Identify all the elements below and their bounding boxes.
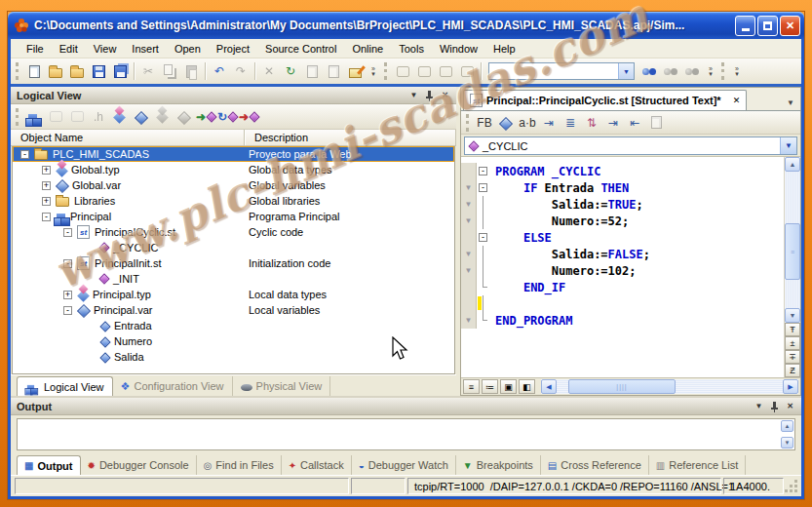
view-frame-button[interactable]: ▣ (500, 379, 517, 394)
menu-project[interactable]: Project (209, 41, 257, 57)
add-datatype-button[interactable] (152, 107, 174, 127)
first-bookmark-button[interactable]: Ŧ (785, 323, 800, 336)
code-line-10[interactable]: ▼END_PROGRAM (461, 312, 784, 329)
toolbar-grip[interactable] (466, 114, 471, 132)
expand-toggle[interactable]: - (63, 259, 72, 268)
scroll-up-button[interactable]: ▲ (785, 157, 800, 172)
view-text-button[interactable]: ≡ (463, 379, 480, 394)
check-out-button[interactable] (323, 61, 344, 81)
find-next-button[interactable] (660, 61, 681, 81)
tree-item-entrada[interactable]: Entrada (13, 318, 454, 333)
save-button[interactable] (88, 61, 109, 81)
new-table-button[interactable] (45, 107, 66, 127)
tab-output[interactable]: ▦Output (17, 455, 81, 475)
build-ghost-1-button[interactable] (392, 61, 413, 81)
menu-insert[interactable]: Insert (124, 41, 167, 57)
fold-column[interactable]: - (477, 229, 490, 246)
tree-item-principalcyclic-st[interactable]: -stPrincipalCyclic.stCyclic code (13, 224, 454, 240)
vertical-scroll-track[interactable]: ≡ (785, 172, 800, 308)
check-in-button[interactable] (301, 61, 323, 81)
tab-logical-view[interactable]: Logical View (17, 376, 113, 396)
code-line-9[interactable] (461, 295, 784, 312)
new-datatype-button[interactable] (109, 107, 131, 127)
new-header-file-button[interactable]: .h (88, 107, 109, 127)
tree-item-principalinit-st[interactable]: -stPrincipalInit.stInitialization code (13, 255, 454, 271)
toolbar-search-combobox[interactable]: ▼ (488, 62, 635, 80)
undo-button[interactable]: ↶ (209, 61, 230, 81)
fold-toggle-icon[interactable]: - (479, 183, 487, 192)
combobox-dropdown-button[interactable]: ▼ (618, 63, 634, 79)
code-line-2[interactable]: ▼- IF Entrada THEN (461, 179, 784, 196)
close-button[interactable]: ✕ (780, 16, 800, 36)
refresh-view-button[interactable]: ↻ (216, 107, 238, 127)
menu-view[interactable]: View (86, 41, 125, 57)
find-prev-button[interactable] (681, 61, 703, 81)
last-bookmark-button[interactable]: Ƶ (785, 364, 800, 377)
panel-close-button[interactable]: ✕ (783, 400, 797, 413)
code-line-6[interactable]: ▼ Salida:=FALSE; (461, 246, 784, 262)
toolbar-overflow-button[interactable]: »▾ (367, 61, 379, 81)
code-line-7[interactable]: ▼ Numero:=102; (461, 262, 784, 279)
tree-item-principal-typ[interactable]: +Principal.typLocal data types (13, 287, 454, 302)
horizontal-scroll-thumb[interactable]: |||| (568, 379, 676, 394)
toolbar-grip[interactable] (16, 62, 20, 80)
tab-debugger-console[interactable]: ✹Debugger Console (81, 455, 197, 475)
editor-tab[interactable]: st Principal::PrincipalCyclic.st [Struct… (463, 90, 747, 110)
scroll-down-button[interactable]: ▼ (785, 308, 800, 323)
tree-item-global-typ[interactable]: +Global.typGlobal data types (13, 162, 454, 177)
tab-debugger-watch[interactable]: ◒Debugger Watch (352, 455, 456, 475)
delete-button[interactable]: ✕ (258, 61, 280, 81)
tree-item-principal-var[interactable]: -Principal.varLocal variables (13, 302, 454, 318)
build-ghost-2-button[interactable] (413, 61, 435, 81)
fold-toggle-icon[interactable]: - (479, 233, 487, 242)
code-area[interactable]: -PROGRAM _CYCLIC▼- IF Entrada THEN▼ Sali… (461, 157, 784, 377)
tree-item-global-var[interactable]: +Global.varGlobal variables (13, 177, 454, 193)
build-ghost-3-button[interactable] (435, 61, 456, 81)
cut-button[interactable]: ✂ (137, 61, 159, 81)
tree-item-libraries[interactable]: +LibrariesGlobal libraries (13, 193, 454, 209)
expand-toggle[interactable]: + (42, 166, 51, 175)
tab-find-in-files[interactable]: ◎Find in Files (197, 455, 282, 475)
output-scroll-up[interactable]: ▲ (781, 420, 793, 432)
insert-variable-button[interactable] (495, 113, 517, 133)
format-source-button[interactable]: ≣ (560, 113, 581, 133)
panel-pin-button[interactable] (422, 89, 437, 102)
expand-toggle[interactable]: + (42, 181, 51, 190)
copy-button[interactable] (159, 61, 180, 81)
menu-window[interactable]: Window (432, 41, 485, 57)
maximize-button[interactable] (757, 16, 778, 36)
code-line-5[interactable]: - ELSE (461, 229, 784, 246)
resize-grip[interactable] (786, 478, 799, 494)
tree-item-plc-hmi-scadas[interactable]: -PLC_HMI_SCADASProyecto para la Web (13, 146, 454, 162)
tab-callstack[interactable]: ✦Callstack (282, 455, 352, 475)
toolbar-grip[interactable] (384, 62, 389, 80)
column-description[interactable]: Description (245, 130, 456, 145)
tree-item-init[interactable]: _INIT (13, 271, 454, 287)
menu-help[interactable]: Help (485, 41, 523, 57)
tree-item-cyclic[interactable]: _CYCLIC (13, 240, 454, 255)
vertical-scroll-thumb[interactable]: ≡ (785, 223, 800, 280)
indent-button[interactable]: ⇥ (602, 113, 624, 133)
expand-toggle[interactable]: + (42, 197, 51, 206)
new-object-button[interactable] (23, 107, 45, 127)
menu-online[interactable]: Online (344, 41, 391, 57)
new-form-button[interactable] (66, 107, 88, 127)
section-selector[interactable]: _CYCLIC ▼ (464, 136, 797, 155)
tree-item-principal[interactable]: -PrincipalPrograma Principal (13, 209, 454, 224)
toolbar-overflow-button[interactable]: »▾ (731, 61, 743, 81)
tab-configuration-view[interactable]: ❖Configuration View (113, 376, 233, 396)
open-project-button[interactable] (45, 61, 66, 81)
minimize-button[interactable] (735, 16, 755, 36)
toggle-case-button[interactable]: ⇅ (581, 113, 602, 133)
close-project-button[interactable] (66, 61, 88, 81)
redo-button[interactable]: ↷ (230, 61, 251, 81)
find-button[interactable] (638, 61, 660, 81)
menu-file[interactable]: File (19, 41, 52, 57)
fold-column[interactable]: - (477, 179, 490, 196)
refresh-transfer-button[interactable]: ↻ (280, 61, 301, 81)
menu-tools[interactable]: Tools (391, 41, 432, 57)
print-source-button[interactable] (645, 113, 667, 133)
expand-toggle[interactable]: + (63, 291, 72, 299)
expand-toggle[interactable]: - (63, 306, 72, 315)
scroll-right-button[interactable]: ▶ (783, 379, 798, 394)
